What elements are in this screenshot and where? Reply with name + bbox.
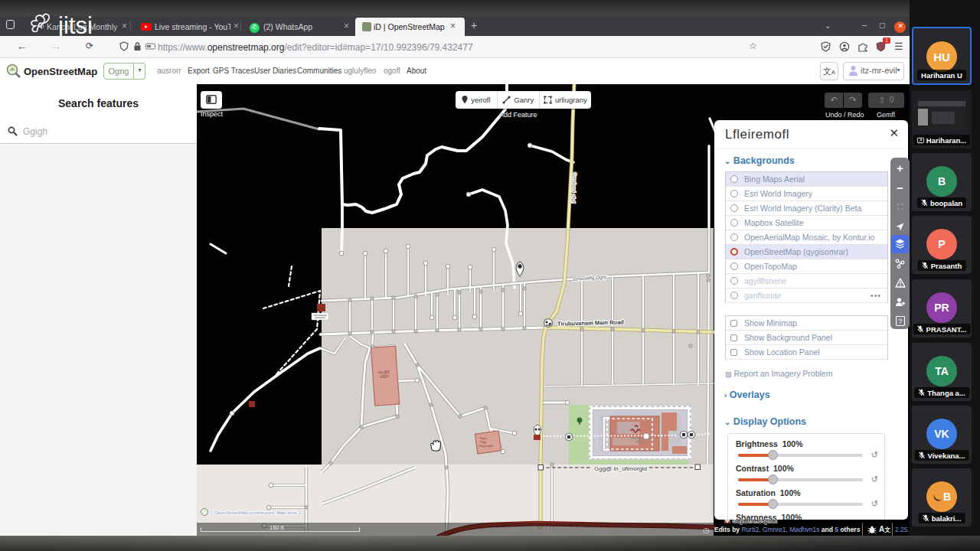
svg-text:© OpenStreetMap contributors,: © OpenStreetMap contributors, Map style … xyxy=(210,510,302,515)
svg-text:Ongwrgflre: Ongwrgflre xyxy=(479,444,494,448)
svg-text:Ggg@ ln_oflmorgld: Ggg@ ln_oflmorgld xyxy=(594,465,647,472)
svg-text:uflEPl: uflEPl xyxy=(380,375,389,379)
svg-text:uq gBS: uq gBS xyxy=(378,370,390,374)
svg-text:?: ? xyxy=(898,318,902,325)
svg-text:jitsi: jitsi xyxy=(57,12,93,37)
